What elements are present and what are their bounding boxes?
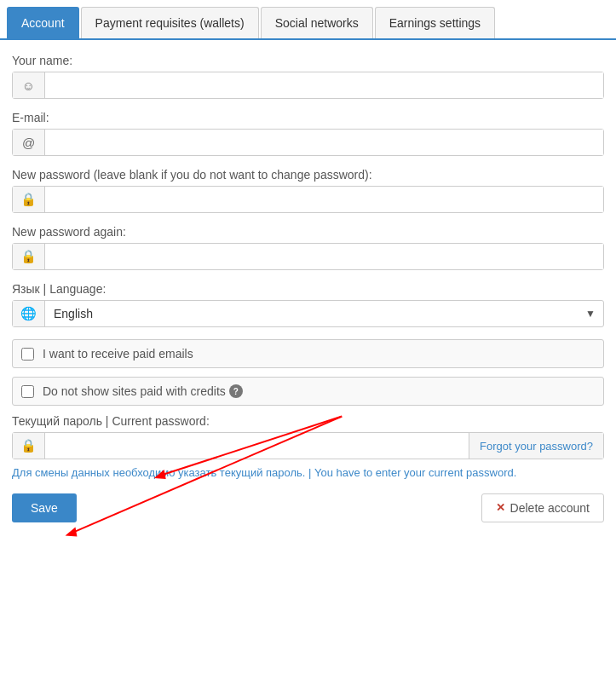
new-password-again-label: New password again:: [12, 225, 604, 239]
checkbox-paid-emails[interactable]: [21, 348, 34, 361]
new-password-input[interactable]: [45, 187, 603, 212]
new-password-again-input-wrapper: 🔒: [12, 243, 604, 270]
checkbox-no-credits-label: Do not show sites paid with credits: [43, 384, 226, 398]
buttons-row: Save ✕ Delete account: [12, 493, 604, 522]
current-password-section: Текущий пароль | Current password: 🔒 For…: [12, 414, 604, 522]
checkbox-no-credits[interactable]: [21, 385, 34, 398]
your-name-label: Your name:: [12, 54, 604, 67]
new-password-label: New password (leave blank if you do not …: [12, 168, 604, 182]
new-password-again-group: New password again: 🔒: [12, 225, 604, 270]
current-password-input[interactable]: [45, 433, 469, 459]
your-name-input[interactable]: [45, 72, 603, 98]
email-group: E-mail: @: [12, 111, 604, 156]
language-select[interactable]: English Русский Español Deutsch: [45, 301, 578, 326]
new-password-again-input[interactable]: [45, 244, 603, 269]
tabs-bar: Account Payment requisites (wallets) Soc…: [0, 0, 616, 40]
new-password-input-wrapper: 🔒: [12, 186, 604, 213]
checkbox-paid-emails-row[interactable]: I want to receive paid emails: [12, 339, 604, 368]
delete-account-label: Delete account: [510, 501, 590, 515]
language-label: Язык | Language:: [12, 282, 604, 296]
svg-marker-3: [66, 528, 78, 537]
help-icon[interactable]: ?: [229, 384, 243, 398]
checkbox-paid-emails-label: I want to receive paid emails: [43, 347, 193, 361]
tab-account[interactable]: Account: [7, 7, 79, 38]
globe-icon: 🌐: [13, 301, 45, 326]
checkbox-no-credits-row[interactable]: Do not show sites paid with credits ?: [12, 377, 604, 406]
account-content: Your name: ☺ E-mail: @ New password (lea…: [0, 40, 616, 539]
current-password-label: Текущий пароль | Current password:: [12, 414, 604, 428]
email-input-wrapper: @: [12, 129, 604, 156]
your-name-group: Your name: ☺: [12, 54, 604, 99]
save-button[interactable]: Save: [12, 493, 77, 522]
new-password-group: New password (leave blank if you do not …: [12, 168, 604, 213]
tab-social-networks[interactable]: Social networks: [261, 7, 373, 38]
tab-earnings-settings[interactable]: Earnings settings: [375, 7, 495, 38]
current-password-input-wrapper: 🔒 Forgot your password?: [12, 432, 604, 459]
person-icon: ☺: [13, 72, 45, 98]
language-group: Язык | Language: 🌐 English Русский Españ…: [12, 282, 604, 327]
forgot-password-button[interactable]: Forgot your password?: [469, 433, 603, 459]
helper-text: Для смены данных необходимо указать теку…: [12, 464, 604, 482]
delete-account-button[interactable]: ✕ Delete account: [481, 493, 604, 522]
lock-icon-3: 🔒: [13, 433, 45, 459]
at-icon: @: [13, 130, 45, 155]
lock-icon-1: 🔒: [13, 187, 45, 212]
email-label: E-mail:: [12, 111, 604, 124]
delete-x-icon: ✕: [496, 501, 505, 514]
chevron-down-icon: ▼: [578, 301, 603, 326]
lock-icon-2: 🔒: [13, 244, 45, 269]
your-name-input-wrapper: ☺: [12, 72, 604, 99]
tab-payment[interactable]: Payment requisites (wallets): [81, 7, 259, 38]
email-input[interactable]: [45, 130, 603, 155]
language-select-wrapper: 🌐 English Русский Español Deutsch ▼: [12, 300, 604, 327]
